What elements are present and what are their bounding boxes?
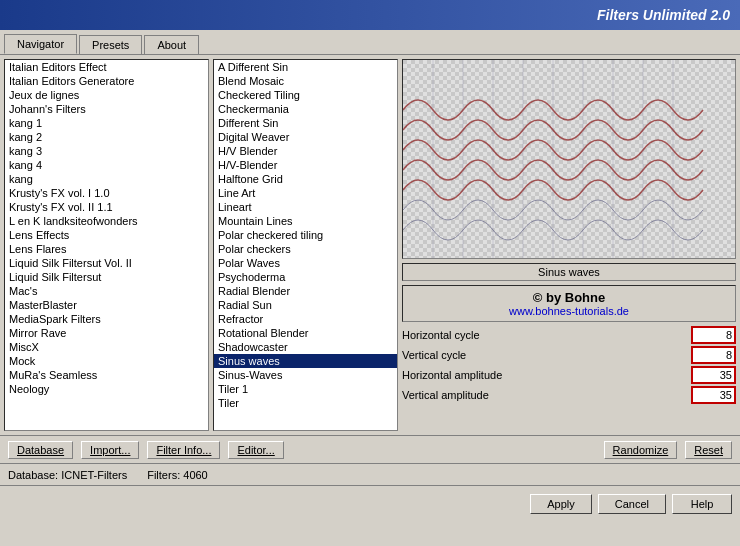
preview-area — [402, 59, 736, 259]
status-filters: Filters: 4060 — [147, 469, 208, 481]
randomize-button[interactable]: Randomize — [604, 441, 678, 459]
list-item[interactable]: Mac's — [5, 284, 208, 298]
filter-item[interactable]: Mountain Lines — [214, 214, 397, 228]
param-input-h-cycle[interactable] — [691, 326, 736, 344]
apply-button[interactable]: Apply — [530, 494, 592, 514]
list-item[interactable]: Neology — [5, 382, 208, 396]
tab-about[interactable]: About — [144, 35, 199, 54]
list-item[interactable]: Johann's Filters — [5, 102, 208, 116]
filter-item[interactable]: Sinus-Waves — [214, 368, 397, 382]
list-item[interactable]: kang 1 — [5, 116, 208, 130]
list-item[interactable]: kang 3 — [5, 144, 208, 158]
list-item[interactable]: Italian Editors Generatore — [5, 74, 208, 88]
status-database: Database: ICNET-Filters — [8, 469, 127, 481]
list-item[interactable]: Italian Editors Effect — [5, 60, 208, 74]
filter-item-rotational-blender[interactable]: Rotational Blender — [214, 326, 397, 340]
filter-item[interactable]: Radial Sun — [214, 298, 397, 312]
preview-image — [403, 60, 735, 258]
filter-item[interactable]: Checkermania — [214, 102, 397, 116]
list-item[interactable]: L en K landksiteofwonders — [5, 214, 208, 228]
filter-item[interactable]: Shadowcaster — [214, 340, 397, 354]
right-panel: Sinus waves © by Bohne www.bohnes-tutori… — [402, 59, 736, 431]
list-item[interactable]: Krusty's FX vol. I 1.0 — [5, 186, 208, 200]
list-item[interactable]: kang — [5, 172, 208, 186]
filter-item[interactable]: Different Sin — [214, 116, 397, 130]
filter-item[interactable]: Blend Mosaic — [214, 74, 397, 88]
list-item[interactable]: Lens Flares — [5, 242, 208, 256]
list-item[interactable]: Mock — [5, 354, 208, 368]
import-button[interactable]: Import... — [81, 441, 139, 459]
filter-item[interactable]: H/V-Blender — [214, 158, 397, 172]
filter-item[interactable]: Radial Blender — [214, 284, 397, 298]
main-content: Italian Editors Effect Italian Editors G… — [0, 55, 740, 435]
param-row-v-cycle: Vertical cycle — [402, 346, 736, 364]
list-item[interactable]: Lens Effects — [5, 228, 208, 242]
param-row-h-amp: Horizontal amplitude — [402, 366, 736, 384]
list-item[interactable]: kang 4 — [5, 158, 208, 172]
cancel-button[interactable]: Cancel — [598, 494, 666, 514]
filter-item[interactable]: Halftone Grid — [214, 172, 397, 186]
tab-bar: Navigator Presets About — [0, 30, 740, 55]
filter-item[interactable]: Digital Weaver — [214, 130, 397, 144]
filter-item-checkered-tiling[interactable]: Checkered Tiling — [214, 88, 397, 102]
reset-button[interactable]: Reset — [685, 441, 732, 459]
filter-item[interactable]: Psychoderma — [214, 270, 397, 284]
list-item[interactable]: MiscX — [5, 340, 208, 354]
list-item[interactable]: Liquid Silk Filtersut Vol. II — [5, 256, 208, 270]
status-bar: Database: ICNET-Filters Filters: 4060 — [0, 463, 740, 485]
list-item[interactable]: Jeux de lignes — [5, 88, 208, 102]
copyright-url: www.bohnes-tutorials.de — [407, 305, 731, 317]
param-label-v-cycle: Vertical cycle — [402, 349, 691, 361]
filter-item[interactable]: A Different Sin — [214, 60, 397, 74]
copyright-text: © by Bohne — [407, 290, 731, 305]
preview-label: Sinus waves — [402, 263, 736, 281]
filter-item-polar-checkered[interactable]: Polar checkered tiling — [214, 228, 397, 242]
filter-item[interactable]: Line Art — [214, 186, 397, 200]
bottom-toolbar: Database Import... Filter Info... Editor… — [0, 435, 740, 463]
filter-item[interactable]: H/V Blender — [214, 144, 397, 158]
list-item[interactable]: MediaSpark Filters — [5, 312, 208, 326]
app-title: Filters Unlimited 2.0 — [597, 7, 730, 23]
filter-item[interactable]: Tiler 1 — [214, 382, 397, 396]
filter-item[interactable]: Tiler — [214, 396, 397, 410]
list-item[interactable]: Krusty's FX vol. II 1.1 — [5, 200, 208, 214]
list-item[interactable]: kang 2 — [5, 130, 208, 144]
param-label-h-amp: Horizontal amplitude — [402, 369, 691, 381]
tab-presets[interactable]: Presets — [79, 35, 142, 54]
list-item[interactable]: Mirror Rave — [5, 326, 208, 340]
param-label-v-amp: Vertical amplitude — [402, 389, 691, 401]
filter-item[interactable]: Refractor — [214, 312, 397, 326]
param-input-v-cycle[interactable] — [691, 346, 736, 364]
database-button[interactable]: Database — [8, 441, 73, 459]
filter-item[interactable]: Lineart — [214, 200, 397, 214]
filter-item[interactable]: Polar checkers — [214, 242, 397, 256]
param-input-v-amp[interactable] — [691, 386, 736, 404]
param-input-h-amp[interactable] — [691, 366, 736, 384]
param-row-v-amp: Vertical amplitude — [402, 386, 736, 404]
filter-item-polar-waves[interactable]: Polar Waves — [214, 256, 397, 270]
title-bar: Filters Unlimited 2.0 — [0, 0, 740, 30]
action-bar: Apply Cancel Help — [0, 485, 740, 521]
list-item[interactable]: MuRa's Seamless — [5, 368, 208, 382]
left-panel-list[interactable]: Italian Editors Effect Italian Editors G… — [4, 59, 209, 431]
editor-button[interactable]: Editor... — [228, 441, 283, 459]
copyright-area: © by Bohne www.bohnes-tutorials.de — [402, 285, 736, 322]
filter-item-sinus-waves[interactable]: Sinus waves — [214, 354, 397, 368]
params-area: Horizontal cycle Vertical cycle Horizont… — [402, 326, 736, 431]
param-label-h-cycle: Horizontal cycle — [402, 329, 691, 341]
filter-info-button[interactable]: Filter Info... — [147, 441, 220, 459]
list-item[interactable]: MasterBlaster — [5, 298, 208, 312]
tab-navigator[interactable]: Navigator — [4, 34, 77, 54]
list-item[interactable]: Liquid Silk Filtersut — [5, 270, 208, 284]
help-button[interactable]: Help — [672, 494, 732, 514]
param-row-h-cycle: Horizontal cycle — [402, 326, 736, 344]
middle-panel-list[interactable]: A Different Sin Blend Mosaic Checkered T… — [213, 59, 398, 431]
